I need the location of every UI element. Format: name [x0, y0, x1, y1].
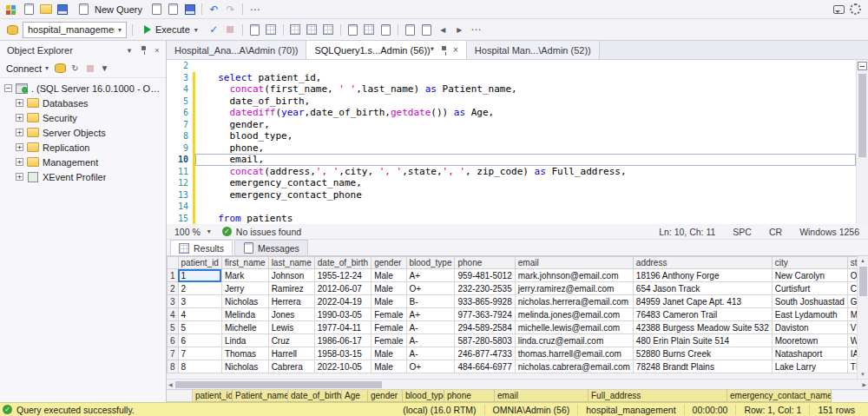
cell[interactable]: 587-280-5803 [455, 334, 515, 347]
cell[interactable]: 480 Erin Plain Suite 514 [633, 334, 772, 347]
second-header-email[interactable]: email [495, 390, 589, 402]
cell[interactable]: Johnson [268, 269, 314, 282]
cell[interactable]: Jones [268, 308, 314, 321]
cell[interactable]: Male [372, 360, 406, 373]
cell[interactable]: Mooretown [772, 334, 847, 347]
code-line-text[interactable]: email, [195, 154, 856, 166]
column-header-gender[interactable]: gender [372, 257, 406, 269]
column-header-city[interactable]: city [772, 257, 847, 269]
code-line-text[interactable]: date_of_birth, [195, 96, 856, 108]
cell[interactable]: 42388 Burgess Meadow Suite 532 [633, 321, 772, 334]
cell[interactable]: 3 [178, 295, 221, 308]
cell[interactable]: 7 [178, 347, 221, 360]
cell[interactable]: 4 [178, 308, 221, 321]
connect-server-icon[interactable] [54, 62, 67, 75]
cell[interactable]: Herrera [268, 295, 314, 308]
code-line-text[interactable]: from patients [195, 213, 856, 225]
tree-node-databases[interactable]: +Databases [0, 96, 166, 110]
second-header-blood-type[interactable]: blood_type [403, 390, 444, 402]
cell[interactable]: Female [372, 321, 406, 334]
code-line-text[interactable] [195, 201, 856, 213]
cell[interactable]: Nicholas [221, 295, 268, 308]
scrollbar-thumb[interactable] [175, 381, 382, 388]
cell[interactable]: Lewis [268, 321, 314, 334]
cell[interactable]: 84959 Janet Cape Apt. 413 [633, 295, 772, 308]
expand-icon[interactable]: + [16, 129, 23, 136]
cell[interactable]: 6 [178, 334, 221, 347]
undo-icon[interactable]: ↶ [207, 2, 221, 17]
column-header-date-of-birth[interactable]: date_of_birth [314, 257, 371, 269]
expand-icon[interactable]: + [16, 143, 23, 151]
scroll-up-arrow[interactable]: ▲ [860, 256, 865, 265]
toolbar-overflow-icon[interactable]: ⋯ [247, 2, 262, 17]
code-line-text[interactable]: datediff(year,date_of_birth,getdate()) a… [195, 107, 856, 119]
cell[interactable]: Harrell [268, 347, 314, 360]
cell[interactable]: thomas.harrell@email.com [515, 347, 633, 360]
cell[interactable]: 8 [178, 360, 221, 373]
cell[interactable]: B- [406, 295, 455, 308]
cell[interactable]: A- [406, 321, 455, 334]
cell[interactable]: melinda.jones@email.com [515, 308, 633, 321]
code-line-text[interactable]: select patient_id, [195, 72, 856, 84]
cell[interactable]: 1986-06-17 [314, 334, 371, 347]
cell[interactable]: Lake Larry [772, 360, 847, 373]
tree-node-sql-server-16-0-1000-omnia-admin[interactable]: −. (SQL Server 16.0.1000 - OMNIA\Admin) [0, 81, 166, 96]
cell[interactable]: O+ [406, 282, 455, 295]
cell[interactable]: 1977-04-11 [314, 321, 371, 334]
cell[interactable]: 2022-04-19 [314, 295, 371, 308]
tree-node-server-objects[interactable]: +Server Objects [0, 125, 166, 140]
cell[interactable]: 246-877-4733 [455, 347, 515, 360]
cell[interactable]: 2012-06-07 [314, 282, 371, 295]
split-editor-button[interactable] [858, 62, 867, 70]
code-line-text[interactable]: concat(address,', ',city, ', ',state,', … [195, 166, 856, 178]
connect-button[interactable]: Connect ▾ [6, 63, 49, 74]
cell[interactable]: A+ [406, 308, 455, 321]
column-header-first-name[interactable]: first_name [221, 257, 268, 269]
scrollbar-thumb[interactable] [859, 267, 867, 296]
filter-icon[interactable]: ▼ [98, 62, 111, 75]
scroll-down-arrow[interactable]: ▼ [860, 370, 865, 379]
close-icon[interactable]: × [151, 44, 163, 56]
cell[interactable]: michelle.lewis@email.com [515, 321, 633, 334]
second-header-phone[interactable]: phone [444, 390, 495, 402]
results-to-text-icon[interactable] [345, 23, 360, 37]
cell[interactable]: Melinda [221, 308, 268, 321]
column-header-address[interactable]: address [633, 257, 772, 269]
save-icon[interactable] [55, 2, 69, 17]
row-header[interactable]: 4 [168, 308, 179, 321]
cell[interactable]: 18196 Anthony Forge [633, 269, 772, 282]
zoom-control[interactable]: 100 % ▾ [170, 227, 215, 237]
code-line-text[interactable]: concat(first_name, ' ',last_name) as Pat… [195, 83, 856, 96]
select-all-corner[interactable] [168, 257, 179, 269]
cell[interactable]: 232-230-2535 [455, 282, 515, 295]
execute-button[interactable]: Execute ▾ [138, 23, 204, 36]
cell[interactable]: East Lydamouth [772, 308, 847, 321]
scrollbar-thumb[interactable] [858, 74, 866, 157]
column-header-patient-id[interactable]: patient_id [178, 257, 221, 269]
refresh-icon[interactable]: ↻ [69, 62, 82, 75]
comment-out-icon[interactable] [403, 23, 418, 37]
second-header-full-address[interactable]: Full_address [589, 390, 727, 402]
code-editor[interactable]: 23 select patient_id,4 concat(first_name… [167, 60, 868, 224]
code-line-text[interactable] [195, 60, 856, 72]
cell[interactable]: nicholas.cabrera@email.com [515, 360, 633, 373]
cell[interactable]: 76483 Cameron Trail [633, 308, 772, 321]
stop-icon[interactable] [83, 62, 96, 75]
cell[interactable]: 484-664-6977 [455, 360, 515, 373]
increase-indent-icon[interactable]: ▸ [452, 23, 467, 37]
cell[interactable]: jerry.ramirez@email.com [515, 282, 633, 295]
cell[interactable]: Daviston [772, 321, 847, 334]
row-header[interactable]: 3 [168, 295, 179, 308]
collapse-icon[interactable]: − [4, 84, 12, 92]
second-header-emergency-contact-name[interactable]: emergency_contact_name [727, 390, 832, 402]
parse-query-icon[interactable]: ✓ [207, 23, 221, 37]
second-header-age[interactable]: Age [342, 390, 368, 402]
app-menu-icon[interactable] [5, 2, 20, 17]
expand-icon[interactable]: + [16, 99, 23, 107]
grid-horizontal-scrollbar[interactable]: ◀ ▶ [167, 379, 868, 389]
settings-gear-icon[interactable] [848, 2, 863, 17]
save-all-icon[interactable] [182, 2, 197, 17]
tree-node-xevent-profiler[interactable]: +XEvent Profiler [0, 169, 166, 184]
window-position-icon[interactable]: ▾ [123, 44, 135, 56]
cell[interactable]: 1958-03-15 [314, 347, 371, 360]
